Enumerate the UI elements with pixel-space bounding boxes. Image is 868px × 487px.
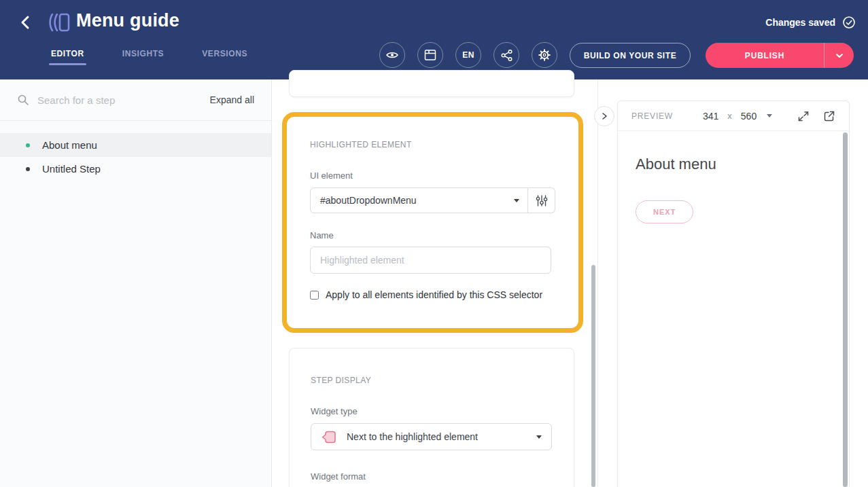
ui-element-select-group: #aboutDropdownMenu [310,187,555,213]
tab-versions[interactable]: VERSIONS [202,49,247,65]
editor-card-partial [289,70,574,97]
step-search-row: Search for a step Expand all [0,79,271,121]
app-header: Menu guide Changes saved EDITOR INSIGHTS… [0,0,868,79]
app-logo-icon [48,12,71,35]
publish-button[interactable]: PUBLISH [706,43,824,68]
preview-next-button[interactable]: NEXT [636,200,693,223]
chevron-down-icon [536,435,542,439]
chevron-down-icon [514,199,519,202]
chevron-right-icon [600,112,608,120]
preview-eye-button[interactable] [379,42,405,68]
editor-scrollbar[interactable] [591,265,595,487]
back-button[interactable] [16,14,35,33]
preview-content: About menu NEXT [618,131,849,248]
sliders-icon [536,194,548,207]
language-label: EN [462,50,474,60]
step-status-dot [26,143,30,147]
chevron-left-icon [18,14,34,31]
saved-check-icon [842,16,856,32]
share-button[interactable] [493,42,519,68]
collapse-preview-button[interactable] [594,106,614,126]
gear-icon [538,48,551,62]
workspace: Search for a step Expand all About menu … [0,79,868,487]
apply-all-row: Apply to all elements identified by this… [310,289,555,300]
external-link-icon [823,110,835,122]
viewport-separator: x [727,111,732,121]
ui-element-select[interactable]: #aboutDropdownMenu [310,187,528,213]
share-icon [500,49,513,62]
step-display-card: STEP DISPLAY Widget type Next to the hig… [289,348,574,487]
header-tabs: EDITOR INSIGHTS VERSIONS [51,49,247,65]
widget-type-label: Widget type [311,406,553,416]
viewport-height: 560 [741,111,757,122]
apply-all-label: Apply to all elements identified by this… [326,289,542,300]
apply-all-checkbox[interactable] [310,291,319,300]
tab-insights[interactable]: INSIGHTS [122,49,164,65]
preview-scrollbar[interactable] [843,132,848,487]
open-in-new-window-button[interactable] [823,110,835,122]
tab-editor[interactable]: EDITOR [51,49,84,65]
highlighted-element-card: HIGHLIGHTED ELEMENT UI element #aboutDro… [282,112,583,333]
preview-panel: PREVIEW 341 x 560 About menu [617,101,850,487]
preview-title: PREVIEW [631,111,673,121]
step-list: About menu Untitled Step [0,121,271,181]
publish-split-button: PUBLISH [706,43,854,68]
step-editor: HIGHLIGHTED ELEMENT UI element #aboutDro… [272,79,598,487]
selector-settings-button[interactable] [528,187,555,213]
widget-type-value: Next to the highlighted element [347,431,526,442]
layout-panel-icon [424,49,436,61]
search-input[interactable]: Search for a step [17,94,210,106]
preview-header: PREVIEW 341 x 560 [618,101,849,131]
preview-actions [797,110,835,122]
chevron-down-icon [835,53,844,58]
name-label: Name [310,230,555,240]
layout-button[interactable] [417,42,443,68]
widget-format-label: Widget format [311,471,553,482]
section-title: HIGHLIGHTED ELEMENT [310,140,555,149]
header-toolbar: EN [379,42,557,68]
search-icon [17,94,29,106]
publish-dropdown-button[interactable] [824,43,854,68]
expand-icon [797,110,810,122]
search-placeholder: Search for a step [37,94,115,106]
ui-element-label: UI element [310,170,555,181]
step-item-about-menu[interactable]: About menu [0,133,271,157]
section-title: STEP DISPLAY [311,376,553,385]
widget-type-select[interactable]: Next to the highlighted element [311,423,552,450]
expand-preview-button[interactable] [797,110,810,122]
build-on-your-site-button[interactable]: BUILD ON YOUR SITE [570,43,691,68]
preview-pane: PREVIEW 341 x 560 About menu [598,79,868,487]
viewport-width: 341 [703,111,718,122]
settings-button[interactable] [532,42,557,68]
eye-icon [385,48,399,62]
ui-element-value: #aboutDropdownMenu [320,195,514,206]
steps-sidebar: Search for a step Expand all About menu … [0,79,272,487]
language-button[interactable]: EN [455,42,481,68]
chevron-down-icon [767,114,772,118]
step-status-dot [26,167,30,171]
expand-all-button[interactable]: Expand all [210,94,254,105]
step-label: About menu [42,139,97,151]
page-title: Menu guide [76,10,179,31]
preview-step-heading: About menu [636,156,831,173]
step-label: Untitled Step [42,163,101,175]
changes-saved-status: Changes saved [765,17,835,28]
viewport-size-select[interactable]: 341 x 560 [703,111,772,122]
step-item-untitled-step[interactable]: Untitled Step [0,157,271,181]
tooltip-widget-icon [321,430,336,444]
name-input[interactable] [310,247,551,274]
